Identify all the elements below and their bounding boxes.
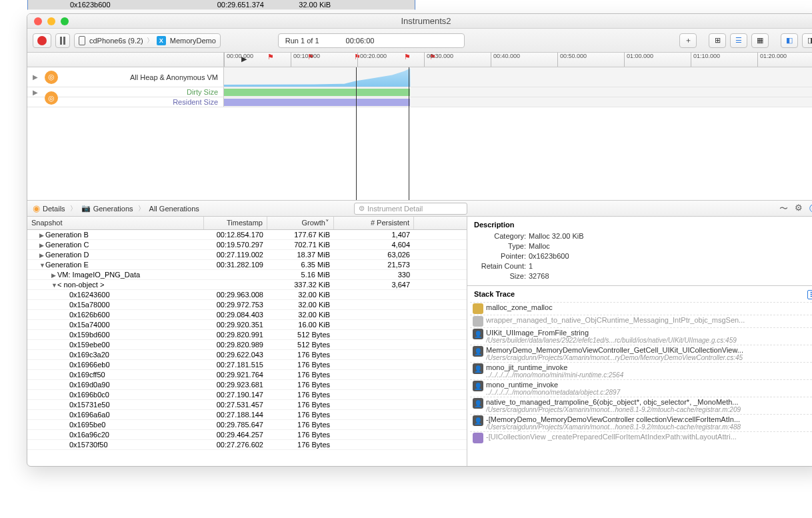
table-row[interactable]: ▶Generation D00:27.119.00218.37 MiB63,02…: [27, 250, 467, 260]
strategy-button[interactable]: ⊞: [709, 33, 726, 48]
flag-icon[interactable]: ⚑: [267, 53, 274, 61]
table-row[interactable]: ▼< non-object >337.32 KiB3,647: [27, 280, 467, 290]
timeline-ruler[interactable]: ▶ ⚑ ⚑ ⚑ ⚑ ⚑ 00:00.00000:10.00000:20.0000…: [27, 53, 812, 67]
search-input[interactable]: ⊜Instrument Detail: [354, 203, 467, 215]
col-snapshot[interactable]: Snapshot: [27, 217, 204, 229]
frame-icon: 👤: [473, 381, 483, 391]
add-button[interactable]: ＋: [679, 33, 697, 48]
device-icon: [79, 36, 85, 45]
description-row: Retain Count:1: [474, 261, 812, 271]
table-row[interactable]: 0x1624360000:29.963.00832.00 KiB: [27, 290, 467, 300]
table-row[interactable]: 0x1695be000:29.785.647176 Bytes: [27, 420, 467, 430]
snapshot-table: Snapshot Timestamp Growth˅ # Persistent …: [27, 217, 467, 466]
table-row[interactable]: 0x169cff5000:29.921.764176 Bytes: [27, 370, 467, 380]
description-section: Description Category:Malloc 32.00 KiBTyp…: [467, 217, 812, 286]
table-row[interactable]: ▶Generation C00:19.570.297702.71 KiB4,60…: [27, 240, 467, 250]
ruler-tick: 00:20.000: [357, 53, 387, 67]
table-row[interactable]: 0x1696a6a000:27.188.144176 Bytes: [27, 410, 467, 420]
flag-icon[interactable]: ⚑: [404, 53, 411, 61]
filter-icon: ⊜: [359, 204, 365, 213]
table-row[interactable]: 0x159ebe0000:29.820.989512 Bytes: [27, 340, 467, 350]
table-row[interactable]: ▶VM: ImageIO_PNG_Data5.16 MiB330: [27, 270, 467, 280]
frame-icon: 👤: [473, 346, 483, 357]
extended-detail-icon[interactable]: ⓔ: [809, 203, 812, 215]
details-button[interactable]: ◉Details: [33, 203, 65, 213]
instruments-window: Instruments2 cdPhone6s (9.2) 〉 X MemoryD…: [27, 13, 812, 467]
titlebar: Instruments2: [27, 14, 812, 29]
stack-options-button[interactable]: ☰: [807, 290, 812, 299]
table-row[interactable]: 0x1696b0c000:27.190.147176 Bytes: [27, 390, 467, 400]
frame-icon: 👤: [473, 415, 483, 426]
list-view-button[interactable]: ☰: [730, 33, 747, 48]
ruler-tick: 00:40.000: [491, 53, 520, 67]
table-row[interactable]: 0x1626b60000:29.084.40332.00 KiB: [27, 310, 467, 320]
disclosure-icon[interactable]: ▶: [33, 73, 38, 81]
camera-icon: 📷: [81, 204, 91, 213]
target-selector[interactable]: cdPhone6s (9.2) 〉 X MemoryDemo: [74, 33, 221, 48]
tracks-area: ▶ ◎ All Heap & Anonymous VM ▶ ◎ Dirty Si…: [27, 67, 812, 201]
stack-frame[interactable]: 👤mono_jit_runtime_invoke../../../../../m…: [470, 362, 812, 379]
table-row[interactable]: ▼Generation E00:31.282.1096.35 MiB21,573: [27, 260, 467, 270]
stack-frame[interactable]: 👤-[MemoryDemo_MemoryDemoViewController c…: [470, 414, 812, 431]
left-pane-button[interactable]: ◧: [781, 33, 798, 48]
all-generations-button[interactable]: All Generations: [149, 205, 199, 213]
xamarin-icon: X: [157, 36, 166, 45]
stack-frame[interactable]: 👤mono_runtime_invoke../../../../../mono/…: [470, 379, 812, 397]
chevron-right-icon: 〉: [147, 36, 153, 45]
stack-trace-list: malloc_zone_mallocwrapper_managed_to_nat…: [467, 302, 812, 466]
pause-button[interactable]: [55, 33, 70, 48]
description-row: Category:Malloc 32.00 KiB: [474, 231, 812, 241]
frame-icon: [473, 433, 483, 443]
frame-icon: 👤: [473, 398, 483, 409]
track-label: Dirty Size: [187, 88, 218, 96]
table-row[interactable]: 0x15731e5000:27.531.457176 Bytes: [27, 400, 467, 410]
table-row[interactable]: 0x159bd60000:29.820.991512 Bytes: [27, 330, 467, 340]
stack-frame[interactable]: 👤native_to_managed_trampoline_6(objc_obj…: [470, 397, 812, 414]
record-icon: [37, 36, 47, 45]
frame-icon: 👤: [473, 329, 483, 339]
frame-icon: [473, 316, 483, 327]
run-info[interactable]: Run 1 of 1 00:06:00: [278, 33, 465, 48]
table-row[interactable]: 0x16966eb000:27.181.515176 Bytes: [27, 360, 467, 370]
ruler-tick: 01:10.000: [691, 53, 720, 67]
grid-view-button[interactable]: ▦: [751, 33, 769, 48]
stack-trace-header: Stack Trace ☰: [467, 286, 812, 302]
description-title: Description: [474, 221, 812, 229]
description-row: Type:Malloc: [474, 241, 812, 251]
table-row[interactable]: 0x15a7400000:29.920.35116.00 KiB: [27, 320, 467, 330]
stack-frame[interactable]: malloc_zone_malloc: [470, 302, 812, 315]
description-row: Pointer:0x1623b600: [474, 251, 812, 261]
disclosure-icon[interactable]: ▶: [33, 89, 38, 96]
toolbar: cdPhone6s (9.2) 〉 X MemoryDemo Run 1 of …: [27, 29, 812, 53]
table-row[interactable]: 0x16a96c2000:29.464.257176 Bytes: [27, 430, 467, 440]
table-row[interactable]: ▶Generation B00:12.854.170177.67 KiB1,40…: [27, 230, 467, 240]
window-title: Instruments2: [27, 16, 812, 26]
inspector-panel: Description Category:Malloc 32.00 KiBTyp…: [467, 217, 812, 466]
gear-icon[interactable]: ⚙: [795, 203, 803, 215]
table-row[interactable]: 0x169d0a9000:29.923.681176 Bytes: [27, 380, 467, 390]
col-growth[interactable]: Growth˅: [267, 217, 334, 229]
detail-bar: ◉Details 〉 📷Generations 〉 All Generation…: [27, 201, 812, 217]
stack-frame[interactable]: -[UICollectionView _createPreparedCellFo…: [470, 431, 812, 444]
stack-frame[interactable]: wrapper_managed_to_native_ObjCRuntime_Me…: [470, 315, 812, 327]
record-button[interactable]: [33, 33, 51, 48]
table-header: Snapshot Timestamp Growth˅ # Persistent: [27, 217, 467, 230]
frame-icon: 👤: [473, 363, 483, 374]
col-persistent[interactable]: # Persistent: [334, 217, 414, 229]
wave-icon[interactable]: 〜: [779, 203, 788, 215]
table-row[interactable]: 0x15a7800000:29.972.75332.00 KiB: [27, 300, 467, 310]
frame-icon: [473, 303, 483, 314]
allocations-icon: ◎: [45, 71, 58, 84]
stack-frame[interactable]: 👤MemoryDemo_MemoryDemoViewController_Get…: [470, 345, 812, 362]
generations-button[interactable]: 📷Generations: [81, 204, 133, 213]
table-row[interactable]: 0x169c3a2000:29.622.043176 Bytes: [27, 350, 467, 360]
details-icon: ◉: [33, 203, 40, 213]
pause-icon: [60, 37, 65, 45]
col-timestamp[interactable]: Timestamp: [204, 217, 267, 229]
table-row[interactable]: 0x15730f5000:27.276.602176 Bytes: [27, 440, 467, 450]
track-label: Resident Size: [173, 98, 218, 106]
ruler-tick: 01:20.000: [757, 53, 787, 67]
stack-frame[interactable]: 👤UIKit_UIImage_FromFile_string/Users/bui…: [470, 327, 812, 345]
description-row: Size:32768: [474, 271, 812, 281]
right-pane-button[interactable]: ◨: [802, 33, 812, 48]
